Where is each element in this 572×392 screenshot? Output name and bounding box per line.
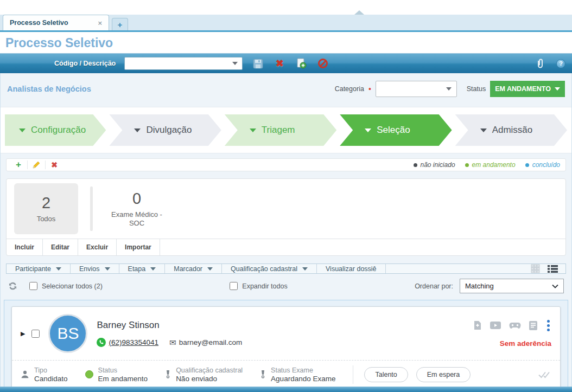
new-record-button[interactable] bbox=[295, 57, 308, 70]
divider bbox=[45, 160, 46, 169]
step-label: Divulgação bbox=[146, 125, 192, 136]
bottom-toolbar-strip bbox=[0, 387, 572, 392]
remove-step-button[interactable]: ✖ bbox=[48, 159, 61, 171]
phone-link[interactable]: (62)983354041 bbox=[109, 338, 158, 346]
status-legend: não iniciado em andamento concluído bbox=[414, 161, 561, 169]
filter-participante[interactable]: Participante bbox=[7, 264, 71, 273]
grid-view-icon bbox=[531, 264, 540, 273]
step-label: Seleção bbox=[377, 125, 410, 136]
order-by-value: Matching bbox=[465, 282, 494, 290]
chevron-down-icon bbox=[552, 284, 558, 288]
exclamation-icon bbox=[260, 370, 266, 378]
panel-expander-arrow-icon[interactable] bbox=[354, 10, 364, 15]
delete-button[interactable]: ✖ bbox=[273, 57, 286, 70]
delete-x-icon: ✖ bbox=[276, 57, 284, 69]
help-button[interactable]: ? bbox=[556, 59, 565, 68]
new-tab-button[interactable]: + bbox=[112, 18, 128, 30]
gray-dot-icon bbox=[414, 163, 417, 167]
tab-editar[interactable]: Editar bbox=[43, 239, 78, 255]
green-status-dot-icon bbox=[85, 370, 93, 378]
field-label: Qualificação cadastral bbox=[176, 367, 243, 374]
field-label: Status bbox=[98, 367, 148, 374]
counter-exame-medico[interactable]: 0 Exame Médico - SOC bbox=[105, 183, 169, 234]
cancel-button[interactable] bbox=[316, 57, 329, 70]
status-dropdown-button[interactable]: EM ANDAMENTO bbox=[490, 81, 565, 97]
list-controls: Selecionar todos (2) Expandir todos Orde… bbox=[1, 274, 571, 297]
step-selecao[interactable]: Seleção bbox=[340, 114, 452, 146]
counter-todos[interactable]: 2 Todos bbox=[14, 183, 78, 234]
list-view-button[interactable] bbox=[548, 265, 558, 273]
participant-card[interactable]: ▶ BS Barney Stinson bbox=[11, 306, 561, 387]
tile-divider bbox=[90, 187, 93, 231]
video-button[interactable] bbox=[490, 322, 501, 329]
chevron-down-icon bbox=[302, 267, 308, 271]
notes-button[interactable] bbox=[529, 321, 537, 330]
gamepad-button[interactable] bbox=[509, 322, 521, 329]
refresh-button[interactable] bbox=[8, 281, 17, 291]
step-triagem[interactable]: Triagem bbox=[225, 114, 336, 146]
save-icon bbox=[253, 59, 263, 69]
email-text: barney@email.com bbox=[179, 338, 243, 346]
counters-panel: 2 Todos 0 Exame Médico - SOC Incluir Edi… bbox=[6, 178, 566, 256]
codigo-descricao-combobox[interactable] bbox=[124, 57, 243, 70]
tag-talento[interactable]: Talento bbox=[364, 367, 408, 382]
chevron-down-icon bbox=[150, 267, 156, 271]
filter-marcador[interactable]: Marcador bbox=[165, 264, 222, 273]
notes-icon bbox=[529, 321, 537, 330]
tab-close-icon[interactable]: × bbox=[98, 19, 102, 27]
grid-view-button[interactable] bbox=[531, 264, 540, 273]
legend-nao-iniciado: não iniciado bbox=[414, 161, 455, 169]
legend-label: em andamento bbox=[472, 161, 516, 169]
chevron-down-icon bbox=[232, 62, 238, 65]
step-divulgacao[interactable]: Divulgação bbox=[109, 114, 221, 146]
step-label: Configuração bbox=[31, 125, 86, 136]
filter-visualizar-dossie[interactable]: Visualizar dossiê bbox=[317, 264, 386, 273]
field-value: Candidato bbox=[34, 375, 68, 383]
select-all-checkbox[interactable] bbox=[29, 282, 37, 290]
kebab-menu-button[interactable] bbox=[545, 320, 551, 331]
view-toggles bbox=[523, 264, 565, 273]
edit-step-button[interactable] bbox=[30, 159, 43, 171]
legend-label: concluído bbox=[532, 161, 560, 169]
tab-incluir[interactable]: Incluir bbox=[7, 239, 43, 255]
field-status: Status Em andamento bbox=[85, 367, 148, 383]
expand-all-checkbox[interactable] bbox=[230, 282, 238, 290]
page-title: Processo Seletivo bbox=[0, 32, 572, 53]
filter-qualificacao-cadastral[interactable]: Qualificação cadastral bbox=[222, 264, 317, 273]
header-right: Categoria • Status EM ANDAMENTO bbox=[335, 81, 565, 97]
chevron-down-icon bbox=[365, 128, 371, 132]
attachment-button[interactable] bbox=[533, 57, 546, 70]
tab-excluir[interactable]: Excluir bbox=[78, 239, 117, 255]
paperclip-icon bbox=[536, 58, 544, 69]
step-configuracao[interactable]: Configuração bbox=[5, 114, 106, 146]
expand-row-arrow[interactable]: ▶ bbox=[21, 330, 25, 337]
double-check-button[interactable] bbox=[538, 371, 551, 378]
chevron-down-icon bbox=[250, 128, 256, 132]
codigo-descricao-label: Código / Descrição bbox=[54, 60, 116, 67]
whatsapp-icon[interactable] bbox=[97, 338, 106, 347]
add-step-button[interactable]: + bbox=[12, 159, 25, 171]
filter-envios[interactable]: Envios bbox=[71, 264, 119, 273]
participant-checkbox[interactable] bbox=[31, 330, 40, 338]
tab-processo-seletivo[interactable]: Processo Seletivo × bbox=[3, 15, 109, 30]
categoria-select[interactable] bbox=[376, 81, 457, 97]
x-icon: ✖ bbox=[51, 160, 58, 169]
chevron-down-icon bbox=[105, 267, 110, 271]
counter-value: 2 bbox=[42, 194, 50, 212]
attach-file-button[interactable] bbox=[473, 320, 482, 330]
tab-importar[interactable]: Importar bbox=[117, 239, 160, 255]
step-admissao[interactable]: Admissão bbox=[455, 114, 567, 146]
participant-list: ▶ BS Barney Stinson bbox=[4, 300, 568, 387]
field-label: Tipo bbox=[34, 367, 68, 374]
main-toolbar: Código / Descrição ✖ bbox=[0, 53, 572, 73]
order-by-select[interactable]: Matching bbox=[460, 279, 564, 293]
filter-etapa[interactable]: Etapa bbox=[119, 264, 166, 273]
counter-tiles: 2 Todos 0 Exame Médico - SOC bbox=[7, 179, 565, 239]
filter-label: Visualizar dossiê bbox=[326, 265, 377, 273]
field-value: Aguardando Exame bbox=[271, 375, 335, 383]
tag-em-espera[interactable]: Em espera bbox=[416, 367, 471, 382]
counter-tabs: Incluir Editar Excluir Importar bbox=[7, 239, 565, 255]
email-item: ✉ barney@email.com bbox=[169, 338, 242, 348]
save-button[interactable] bbox=[251, 57, 264, 70]
exclamation-icon bbox=[165, 370, 171, 378]
